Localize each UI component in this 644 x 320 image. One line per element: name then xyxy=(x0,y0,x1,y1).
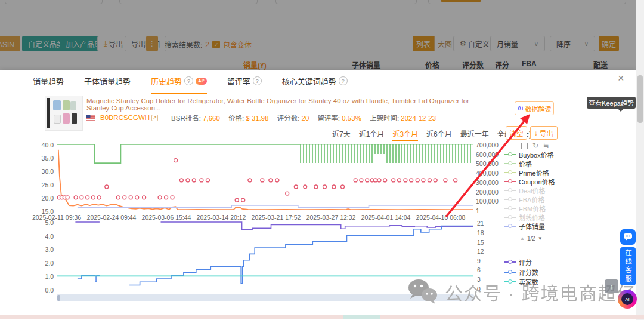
scrollbar-track[interactable] xyxy=(636,0,644,320)
legend-marker-icon xyxy=(504,206,516,211)
bottom-page-edge xyxy=(0,315,644,319)
axis-tick: 9 xyxy=(477,257,495,264)
zoom-reset-icon[interactable] xyxy=(521,143,528,149)
datazoom-slider[interactable] xyxy=(57,294,474,301)
legend-label: 评分 xyxy=(519,257,532,267)
legend-label: FBM价格 xyxy=(519,204,546,213)
legend-marker-icon xyxy=(504,188,516,193)
legend-item-子体销量[interactable]: 子体销量 xyxy=(504,222,545,230)
x-axis-date-label: 2025-04-01 14:04 xyxy=(361,214,411,221)
legend-label: 评分数 xyxy=(519,267,538,277)
tab-子体销量趋势[interactable]: 子体销量趋势 xyxy=(84,75,131,94)
legend-marker-icon xyxy=(504,260,516,264)
axis-tick: 30.0 xyxy=(31,168,54,175)
legend-label: 划线价格 xyxy=(519,213,545,222)
time-range-tabs: 近7天近1个月近3个月近6个月最近一年全部(64天) xyxy=(332,128,531,141)
axis-tick: 4.0 xyxy=(31,233,54,240)
legend-item-Buybox价格[interactable]: Buybox价格 xyxy=(504,150,554,158)
ai-data-analysis-button[interactable]: Ai 数据解读 xyxy=(515,101,554,115)
legend-item-评分[interactable]: 评分 xyxy=(504,258,532,266)
product-metric: 评分数: 20 xyxy=(277,113,309,122)
range-近3个月[interactable]: 近3个月 xyxy=(392,128,418,141)
axis-tick: 21 xyxy=(477,220,495,227)
axis-tick: 1.0 xyxy=(31,273,54,280)
tab-label: 核心关键词趋势 xyxy=(282,75,336,87)
tab-留评率[interactable]: 留评率? xyxy=(227,75,262,94)
x-axis-date-label: 2025-03-06 15:44 xyxy=(142,214,191,221)
restore-icon[interactable]: ↻ xyxy=(532,143,538,149)
product-metric: 上架时间: 2024-12-23 xyxy=(370,113,436,122)
legend-marker-icon xyxy=(504,215,516,220)
legend-marker-icon xyxy=(504,161,516,166)
axis-tick: 700,000 xyxy=(476,141,504,149)
clear-button[interactable]: 清空 xyxy=(506,126,527,140)
us-flag-icon xyxy=(86,115,95,121)
legend-item-Prime价格[interactable]: Prime价格 xyxy=(504,168,549,176)
legend-pager: ▲ 1/2 ▼ xyxy=(520,235,543,242)
legend-item-评分数[interactable]: 评分数 xyxy=(504,268,538,276)
axis-tick: 500,000 xyxy=(476,160,504,167)
range-近1个月[interactable]: 近1个月 xyxy=(359,128,385,141)
up-arrow-icon: ↑ xyxy=(609,282,614,291)
x-axis-date-label: 2025-03-21 17:52 xyxy=(252,214,301,221)
product-metric: 价格: $ 31.98 xyxy=(228,113,269,122)
range-近7天[interactable]: 近7天 xyxy=(332,128,351,141)
tab-label: 子体销量趋势 xyxy=(84,75,131,87)
range-近6个月[interactable]: 近6个月 xyxy=(426,128,452,141)
axis-tick: 1 xyxy=(476,207,504,214)
axis-tick: 12 xyxy=(477,248,495,255)
axis-tick: 200,000 xyxy=(476,189,504,196)
tab-label: 销量趋势 xyxy=(33,75,64,87)
legend-item-FBA价格[interactable]: FBA价格 xyxy=(504,195,544,203)
legend-item-Deal价格[interactable]: Deal价格 xyxy=(504,186,546,194)
legend-marker-icon xyxy=(504,152,516,157)
legend-marker-icon xyxy=(504,170,516,175)
chart-toolbox: ↻ ≒ xyxy=(510,143,549,149)
tab-历史趋势[interactable]: 历史趋势?AI˟ xyxy=(151,75,207,94)
axis-tick: 300,000 xyxy=(476,179,504,186)
axis-tick: 0.0 xyxy=(31,287,54,294)
axis-tick: 2.0 xyxy=(31,260,54,267)
datazoom-handle[interactable] xyxy=(57,295,60,301)
legend-label: 价格 xyxy=(519,159,532,168)
axis-tick: 3 xyxy=(477,276,495,283)
product-thumbnail[interactable] xyxy=(45,96,83,131)
online-service-tab[interactable]: 在线客服 xyxy=(620,247,636,285)
legend-item-FBM价格[interactable]: FBM价格 xyxy=(504,204,546,212)
buybox-band-notch xyxy=(374,154,386,163)
x-axis-date-label: 2025-03-27 12:32 xyxy=(306,214,356,221)
compare-icon[interactable]: ≒ xyxy=(543,143,549,149)
asin-link[interactable]: B0DRCSCGWH ↗ xyxy=(100,114,158,121)
legend-page-text: 1/2 xyxy=(527,235,535,242)
axis-tick: 25.0 xyxy=(31,181,54,189)
legend-marker-icon xyxy=(504,179,516,184)
ai-assistant-logo[interactable]: AI xyxy=(618,290,637,309)
scrollbar-thumb[interactable] xyxy=(637,75,643,123)
chat-bubble-button[interactable] xyxy=(620,229,636,245)
tab-label: 留评率 xyxy=(227,75,250,87)
buybox-price-band xyxy=(300,144,473,163)
legend-label: Deal价格 xyxy=(519,186,546,195)
legend-page-up-icon[interactable]: ▲ xyxy=(520,236,525,241)
legend-item-Coupon价格[interactable]: Coupon价格 xyxy=(504,177,555,185)
legend-label: 子体销量 xyxy=(519,221,545,231)
axis-tick: 20.0 xyxy=(31,195,54,202)
export-chart-button[interactable]: ↓导出 xyxy=(530,126,558,140)
tab-核心关键词趋势[interactable]: 核心关键词趋势? xyxy=(282,75,348,94)
tab-销量趋势[interactable]: 销量趋势 xyxy=(33,75,64,94)
close-icon[interactable]: × xyxy=(618,72,624,85)
axis-tick: 18 xyxy=(477,229,495,236)
axis-tick: 6 xyxy=(477,266,495,273)
legend-item-划线价格[interactable]: 划线价格 xyxy=(504,213,545,221)
legend-item-卖家数[interactable]: 卖家数 xyxy=(504,278,538,285)
back-to-top-button[interactable]: ↑ xyxy=(605,279,618,293)
range-最近一年[interactable]: 最近一年 xyxy=(460,128,489,141)
legend-item-价格[interactable]: 价格 xyxy=(504,159,532,167)
product-title[interactable]: Magnetic Stanley Cup Holder for Refriger… xyxy=(86,97,480,112)
legend-page-down-icon[interactable]: ▼ xyxy=(538,236,543,241)
product-metrics: BSR排名: 7,660价格: $ 31.98评分数: 20留评率: 0.53%… xyxy=(163,113,436,122)
box-zoom-icon[interactable] xyxy=(510,143,516,149)
x-axis-date-label: 2025-02-24 09:44 xyxy=(87,214,137,221)
divider xyxy=(0,93,636,93)
legend-marker-icon xyxy=(504,224,516,229)
